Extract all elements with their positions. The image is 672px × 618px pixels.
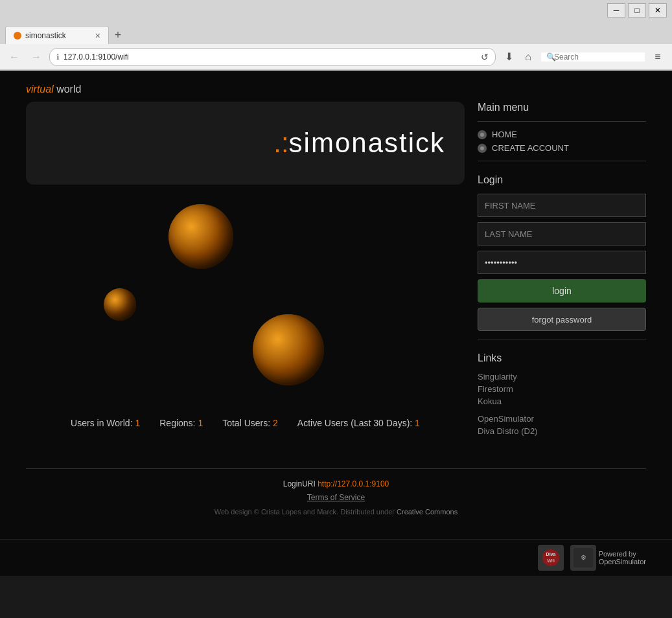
link-firestorm[interactable]: Firestorm xyxy=(478,384,646,394)
page-wrapper: virtual world .: simonastick xyxy=(0,71,672,576)
browser-tab[interactable]: simonastick × xyxy=(5,26,109,44)
stats-bar: Users in World: 1 Regions: 1 Total Users… xyxy=(26,405,465,441)
main-content: .: simonastick Users in World: 1 Regions… xyxy=(26,102,465,468)
terms-of-service-link[interactable]: Terms of Service xyxy=(307,493,365,502)
search-wrapper: 🔍 xyxy=(541,52,645,62)
menu-bullet-create xyxy=(478,144,487,153)
tab-favicon xyxy=(14,32,21,40)
tab-bar: simonastick × + xyxy=(0,21,672,44)
banner-dots: .: xyxy=(273,128,288,159)
back-button[interactable]: ← xyxy=(5,48,23,66)
site-header: virtual world xyxy=(26,84,646,95)
stat-label-users-world: Users in World: xyxy=(71,418,135,428)
close-button[interactable]: ✕ xyxy=(649,3,667,17)
download-button[interactable]: ⬇ xyxy=(500,48,518,66)
diva-wifi-badge: Diva Wifi xyxy=(538,545,564,571)
opensim-icon: ⚙ xyxy=(570,545,596,571)
content-area: .: simonastick Users in World: 1 Regions… xyxy=(26,102,646,468)
password-input[interactable] xyxy=(478,251,646,274)
main-menu-title: Main menu xyxy=(478,102,646,113)
info-icon: ℹ xyxy=(56,52,60,62)
stat-value-active-users: 1 xyxy=(415,418,420,428)
maximize-button[interactable]: □ xyxy=(628,3,646,17)
tab-close-button[interactable]: × xyxy=(95,30,100,41)
menu-divider-2 xyxy=(478,161,646,161)
footer-loginuri-link[interactable]: http://127.0.0.1:9100 xyxy=(318,479,389,488)
title-bar-controls: ─ □ ✕ xyxy=(607,3,667,17)
powered-opensim-name: OpenSimulator xyxy=(599,558,646,566)
powered-text-wrap: Powered by OpenSimulator xyxy=(599,550,646,566)
forward-button[interactable]: → xyxy=(27,48,45,66)
home-button[interactable]: ⌂ xyxy=(519,48,537,66)
title-bar: ─ □ ✕ xyxy=(0,0,672,21)
main-menu-section: Main menu HOME CREATE ACCOUNT xyxy=(478,102,646,161)
search-icon: 🔍 xyxy=(546,52,556,62)
links-title: Links xyxy=(478,352,646,364)
powered-by-label: Powered by xyxy=(599,550,646,558)
url-input[interactable] xyxy=(64,52,477,62)
footer-credit-text: Web design © Crista Lopes and Marck. Dis… xyxy=(214,508,397,516)
link-singularity[interactable]: Singularity xyxy=(478,372,646,382)
svg-text:Diva: Diva xyxy=(546,552,555,556)
login-section: Login login forgot password xyxy=(478,174,646,331)
sidebar: Main menu HOME CREATE ACCOUNT Login xyxy=(478,102,646,468)
stat-value-regions: 1 xyxy=(198,418,203,428)
links-group-2: OpenSimulator Diva Distro (D2) xyxy=(478,414,646,436)
refresh-button[interactable]: ↺ xyxy=(481,52,489,62)
footer-login-uri: LoginURI http://127.0.0.1:9100 xyxy=(26,479,646,488)
nav-right: ⬇ ⌂ xyxy=(500,48,537,66)
link-opensimulator[interactable]: OpenSimulator xyxy=(478,414,646,424)
stat-value-total-users: 2 xyxy=(273,418,278,428)
menu-item-home[interactable]: HOME xyxy=(478,130,646,139)
menu-label-home: HOME xyxy=(492,130,517,139)
stat-total-users: Total Users: 2 xyxy=(222,418,278,428)
banner-title: simonastick xyxy=(289,128,445,159)
link-kokua[interactable]: Kokua xyxy=(478,396,646,406)
stat-active-users: Active Users (Last 30 Days): 1 xyxy=(297,418,420,428)
stat-users-world: Users in World: 1 xyxy=(71,418,140,428)
menu-bullet-home xyxy=(478,130,487,139)
login-links-divider xyxy=(478,339,646,339)
footer-tos-wrap: Terms of Service xyxy=(26,491,646,503)
menu-item-create-account[interactable]: CREATE ACCOUNT xyxy=(478,143,646,153)
minimize-button[interactable]: ─ xyxy=(607,3,625,17)
stat-regions: Regions: 1 xyxy=(159,418,203,428)
first-name-input[interactable] xyxy=(478,194,646,217)
footer-credit: Web design © Crista Lopes and Marck. Dis… xyxy=(26,508,646,516)
browser-chrome: ─ □ ✕ simonastick × + ← → ℹ ↺ ⬇ ⌂ 🔍 ≡ xyxy=(0,0,672,71)
nav-bar: ← → ℹ ↺ ⬇ ⌂ 🔍 ≡ xyxy=(0,44,672,70)
footer-loginuri-label: LoginURI xyxy=(283,479,318,488)
stat-label-regions: Regions: xyxy=(159,418,198,428)
url-bar: ℹ ↺ xyxy=(49,48,496,66)
page-inner: virtual world .: simonastick xyxy=(0,71,672,539)
link-diva-distro[interactable]: Diva Distro (D2) xyxy=(478,426,646,436)
banner: .: simonastick xyxy=(26,102,465,185)
new-tab-button[interactable]: + xyxy=(109,26,127,44)
header-world: world xyxy=(54,84,82,95)
login-title: Login xyxy=(478,174,646,186)
forgot-password-button[interactable]: forgot password xyxy=(478,308,646,331)
planet-medium xyxy=(253,314,324,385)
planet-large xyxy=(168,204,233,269)
search-input[interactable] xyxy=(541,52,645,62)
links-group-1: Singularity Firestorm Kokua xyxy=(478,372,646,406)
stat-label-active-users: Active Users (Last 30 Days): xyxy=(297,418,415,428)
planet-small xyxy=(104,288,136,321)
links-section: Links Singularity Firestorm Kokua OpenSi… xyxy=(478,352,646,436)
stat-label-total-users: Total Users: xyxy=(222,418,273,428)
planets-area xyxy=(26,198,465,405)
menu-button[interactable]: ≡ xyxy=(649,48,667,66)
footer-bottom: Diva Wifi ⚙ Powered by OpenSimulator xyxy=(0,539,672,576)
tab-label: simonastick xyxy=(25,31,66,40)
diva-wifi-icon: Diva Wifi xyxy=(538,545,564,571)
svg-text:⚙: ⚙ xyxy=(580,554,586,561)
menu-divider xyxy=(478,121,646,122)
stat-value-users-world: 1 xyxy=(135,418,140,428)
menu-label-create: CREATE ACCOUNT xyxy=(492,143,569,153)
login-button[interactable]: login xyxy=(478,279,646,303)
footer-badges: Diva Wifi ⚙ Powered by OpenSimulator xyxy=(538,545,646,571)
last-name-input[interactable] xyxy=(478,222,646,246)
header-virtual: virtual xyxy=(26,84,54,95)
creative-commons-link[interactable]: Creative Commons xyxy=(397,508,458,516)
opensim-badge: ⚙ Powered by OpenSimulator xyxy=(570,545,646,571)
